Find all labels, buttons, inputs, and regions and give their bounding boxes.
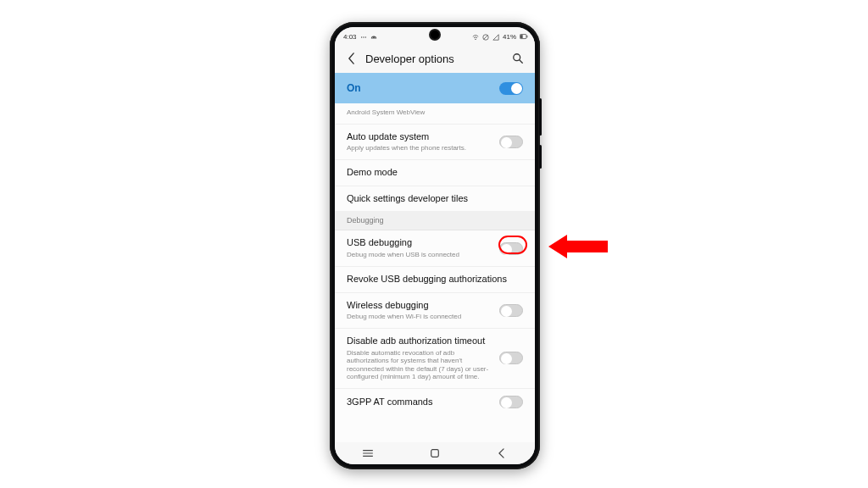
quick-tiles-title: Quick settings developer tiles [347, 193, 516, 205]
adb-timeout-subtitle: Disable automatic revocation of adb auth… [347, 349, 492, 381]
svg-rect-9 [526, 35, 527, 37]
phone-frame: 4:03 41% [330, 22, 540, 469]
svg-point-0 [360, 36, 361, 37]
app-title-bar: Developer options [335, 44, 535, 73]
auto-update-subtitle: Apply updates when the phone restarts. [347, 144, 492, 152]
auto-update-title: Auto update system [347, 131, 492, 143]
svg-rect-10 [520, 35, 523, 38]
row-wireless-debugging[interactable]: Wireless debugging Debug mode when Wi-Fi… [335, 293, 535, 329]
page-title: Developer options [365, 53, 511, 65]
revoke-title: Revoke USB debugging authorizations [347, 274, 516, 286]
status-time: 4:03 [343, 33, 357, 41]
system-nav-bar [335, 442, 535, 464]
back-button[interactable] [345, 53, 357, 64]
nav-recents-button[interactable] [347, 449, 389, 458]
webview-subtitle: Android System WebView [347, 108, 516, 117]
row-usb-debugging[interactable]: USB debugging Debug mode when USB is con… [335, 230, 535, 266]
android-head-icon [370, 34, 377, 41]
gpp-title: 3GPP AT commands [347, 396, 492, 408]
gpp-toggle[interactable] [499, 396, 523, 408]
power-button [539, 145, 542, 169]
notification-dots-icon [360, 34, 367, 41]
master-toggle[interactable] [499, 82, 523, 95]
row-revoke-usb-auth[interactable]: Revoke USB debugging authorizations [335, 267, 535, 293]
camera-notch [431, 30, 439, 39]
usb-debugging-title: USB debugging [347, 237, 492, 249]
wireless-subtitle: Debug mode when Wi-Fi is connected [347, 313, 492, 321]
svg-rect-16 [431, 450, 439, 458]
svg-point-4 [374, 36, 375, 37]
row-3gpp-at-commands[interactable]: 3GPP AT commands [335, 389, 535, 415]
annotation-arrow [548, 228, 608, 265]
wifi-icon [472, 34, 479, 41]
search-button[interactable] [511, 53, 525, 64]
svg-point-2 [364, 36, 365, 37]
row-demo-mode[interactable]: Demo mode [335, 160, 535, 186]
master-toggle-label: On [347, 82, 361, 94]
section-header-debugging: Debugging [335, 211, 535, 230]
battery-icon [520, 34, 526, 41]
auto-update-toggle[interactable] [499, 136, 523, 148]
row-auto-update-system[interactable]: Auto update system Apply updates when th… [335, 125, 535, 160]
battery-percent: 41% [503, 33, 516, 41]
row-webview-implementation[interactable]: Android System WebView [335, 103, 535, 125]
nav-back-button[interactable] [481, 448, 523, 458]
settings-list[interactable]: Android System WebView Auto update syste… [335, 103, 535, 442]
usb-debugging-subtitle: Debug mode when USB is connected [347, 251, 492, 259]
wireless-debugging-toggle[interactable] [499, 304, 523, 317]
svg-point-5 [475, 38, 476, 39]
phone-screen: 4:03 41% [335, 27, 535, 464]
svg-point-3 [372, 36, 373, 37]
row-disable-adb-timeout[interactable]: Disable adb authorization timeout Disabl… [335, 329, 535, 389]
demo-mode-title: Demo mode [347, 167, 516, 179]
adb-timeout-toggle[interactable] [499, 352, 523, 364]
row-quick-settings-tiles[interactable]: Quick settings developer tiles [335, 186, 535, 212]
svg-line-12 [520, 60, 523, 64]
svg-line-7 [484, 35, 488, 39]
usb-debugging-toggle[interactable] [499, 242, 523, 255]
svg-marker-17 [548, 235, 608, 258]
wireless-title: Wireless debugging [347, 300, 492, 312]
no-sim-icon [482, 34, 489, 41]
adb-timeout-title: Disable adb authorization timeout [347, 336, 492, 347]
svg-point-1 [363, 36, 364, 37]
nav-home-button[interactable] [414, 448, 456, 458]
volume-rocker [539, 98, 542, 136]
developer-options-master-toggle-row[interactable]: On [335, 73, 535, 103]
signal-icon [492, 34, 499, 41]
